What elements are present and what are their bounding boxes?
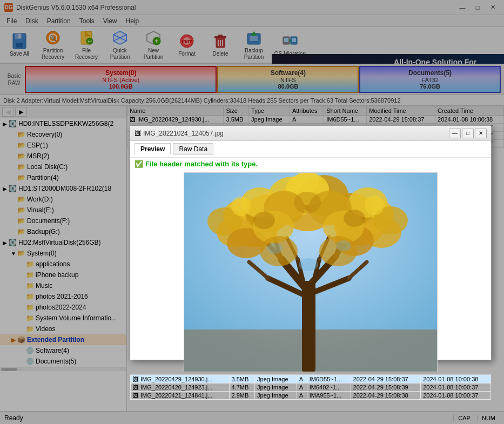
modal-tab-rawdata[interactable]: Raw Data bbox=[173, 143, 213, 155]
svg-point-77 bbox=[365, 196, 384, 215]
modal-file-table-body: 🖼 IMG_20220429_124930.j...3.5MBJpeg Imag… bbox=[131, 375, 491, 400]
ginkgo-tree-svg bbox=[184, 173, 438, 372]
modal-overlay[interactable]: 🖼 IMG_20221024_124057.jpg — □ ✕ Preview … bbox=[0, 0, 504, 424]
modal-image-area bbox=[130, 170, 491, 374]
modal-file-row-0[interactable]: 🖼 IMG_20220429_124930.j...3.5MBJpeg Imag… bbox=[131, 375, 491, 383]
modal-status: ✅ File header matched with its type. bbox=[130, 158, 491, 170]
modal-tabs: Preview Raw Data bbox=[130, 141, 491, 158]
svg-point-81 bbox=[294, 192, 321, 213]
modal-close-button[interactable]: ✕ bbox=[475, 129, 487, 138]
svg-point-75 bbox=[319, 236, 357, 266]
modal-title: IMG_20221024_124057.jpg bbox=[143, 130, 449, 137]
preview-image bbox=[184, 172, 438, 372]
modal-file-row-2[interactable]: 🖼 IMG_20220421_124841.j...2.9MBJpeg Imag… bbox=[131, 392, 491, 400]
modal-tab-preview[interactable]: Preview bbox=[135, 143, 171, 155]
modal-status-text: File header matched with its type. bbox=[145, 160, 258, 168]
modal-status-icon: ✅ bbox=[135, 160, 143, 168]
svg-point-80 bbox=[344, 210, 365, 227]
modal-titlebar: 🖼 IMG_20221024_124057.jpg — □ ✕ bbox=[130, 126, 491, 141]
svg-point-79 bbox=[253, 212, 275, 229]
modal-minimize-button[interactable]: — bbox=[449, 129, 461, 138]
svg-point-84 bbox=[336, 240, 351, 251]
modal-file-list[interactable]: 🖼 IMG_20220429_124930.j...3.5MBJpeg Imag… bbox=[130, 374, 491, 407]
svg-point-83 bbox=[267, 243, 283, 254]
modal-maximize-button[interactable]: □ bbox=[462, 129, 474, 138]
svg-point-76 bbox=[231, 197, 251, 216]
svg-point-82 bbox=[299, 258, 318, 271]
modal-file-row-1[interactable]: 🖼 IMG_20220420_124923.j...4.7MBJpeg Imag… bbox=[131, 383, 491, 392]
modal-file-icon: 🖼 bbox=[135, 130, 141, 137]
image-preview-modal: 🖼 IMG_20221024_124057.jpg — □ ✕ Preview … bbox=[130, 125, 492, 360]
modal-controls[interactable]: — □ ✕ bbox=[449, 129, 487, 138]
